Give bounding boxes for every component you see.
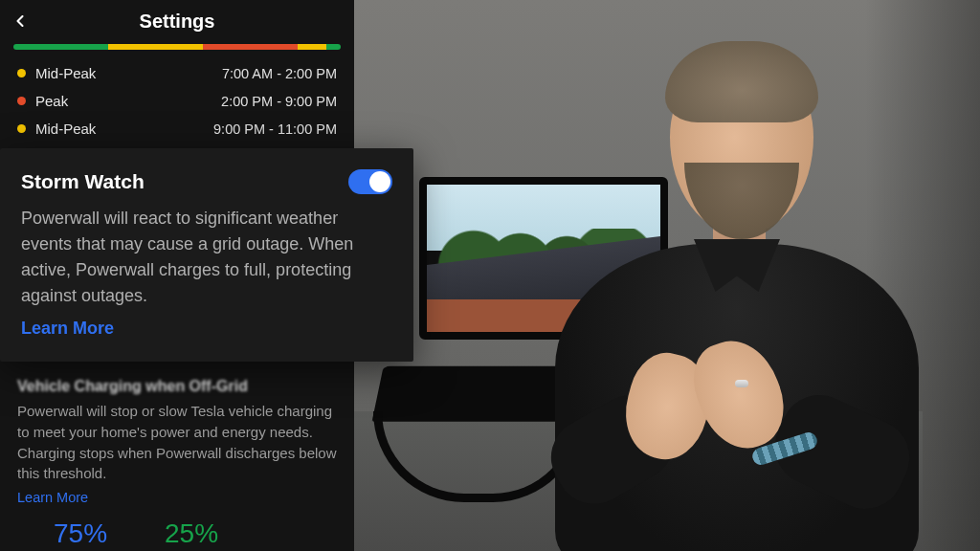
storm-watch-toggle[interactable] [348,169,392,194]
learn-more-link[interactable]: Learn More [17,490,88,505]
rate-row[interactable]: Peak 2:00 PM - 9:00 PM [17,87,337,115]
section-description: Powerwall will stop or slow Tesla vehicl… [17,401,337,484]
section-title: Vehicle Charging when Off-Grid [17,378,337,395]
rate-row[interactable]: Mid-Peak 7:00 AM - 2:00 PM [17,59,337,87]
rate-range: 7:00 AM - 2:00 PM [222,66,337,81]
rate-list: Mid-Peak 7:00 AM - 2:00 PM Peak 2:00 PM … [0,59,354,143]
threshold-value-a: 75% [54,518,107,549]
rate-label: Mid-Peak [35,65,222,81]
presenter [536,24,938,551]
storm-watch-title: Storm Watch [21,170,145,193]
rate-dot-icon [17,97,26,105]
storm-watch-description: Powerwall will react to significant weat… [21,206,392,309]
toggle-knob-icon [369,171,390,192]
rate-dot-icon [17,69,26,77]
rate-schedule-bar [13,44,341,50]
threshold-value-b: 25% [165,518,218,549]
rate-row[interactable]: Mid-Peak 9:00 PM - 11:00 PM [17,115,337,143]
learn-more-link[interactable]: Learn More [21,319,114,339]
rate-dot-icon [17,124,26,133]
rate-range: 9:00 PM - 11:00 PM [213,121,337,137]
rate-range: 2:00 PM - 9:00 PM [221,94,337,109]
rate-label: Peak [35,93,221,109]
vehicle-charging-section: Vehicle Charging when Off-Grid Powerwall… [0,363,354,551]
rate-label: Mid-Peak [35,121,213,137]
storm-watch-card: Storm Watch Powerwall will react to sign… [0,148,413,362]
back-button[interactable] [10,11,31,32]
page-title: Settings [31,11,345,33]
chevron-left-icon [11,11,30,31]
